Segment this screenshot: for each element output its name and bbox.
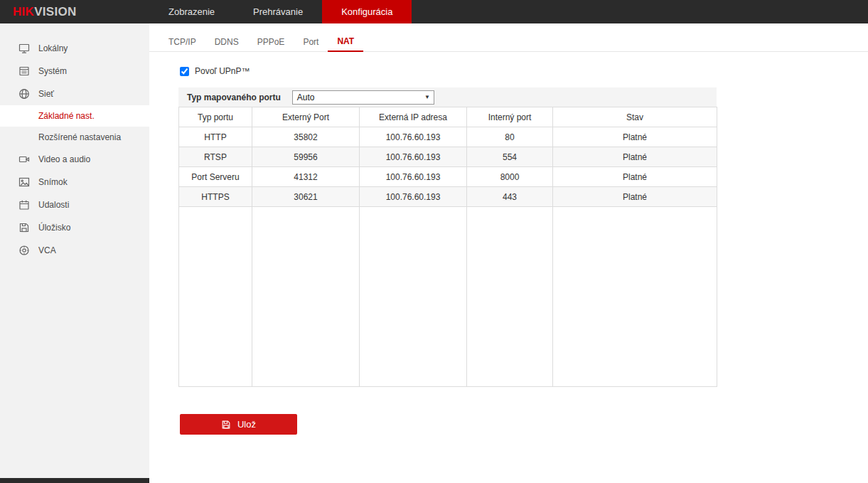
sidebar-item-rozsirene-nastavenia[interactable]: Rozšírené nastavenia bbox=[0, 127, 149, 148]
sidebar-item-siet[interactable]: Sieť bbox=[0, 83, 149, 105]
sidebar-item-label: Systém bbox=[38, 66, 67, 76]
table-cell: 443 bbox=[467, 187, 553, 207]
table-header-cell: Typ portu bbox=[179, 107, 252, 127]
nat-settings-panel: Povoľ UPnP™ Typ mapovaného portu Auto ▼ … bbox=[178, 66, 717, 435]
table-cell: 554 bbox=[467, 147, 553, 167]
monitor-icon bbox=[18, 43, 30, 54]
sidebar-item-zakladne-nast[interactable]: Základné nast. bbox=[0, 105, 149, 127]
table-row: HTTPS30621100.76.60.193443Platné bbox=[179, 187, 717, 207]
table-cell: Platné bbox=[553, 147, 717, 167]
table-cell: Platné bbox=[553, 167, 717, 187]
table-cell: 8000 bbox=[467, 167, 553, 187]
sidebar-item-video-a-audio[interactable]: Video a audio bbox=[0, 148, 149, 171]
sidebar-item-label: Sieť bbox=[38, 89, 54, 99]
table-header-cell: Stav bbox=[553, 107, 717, 127]
image-icon bbox=[18, 176, 30, 188]
sidebar: LokálnySystémSieťZákladné nast.Rozšírené… bbox=[0, 23, 149, 483]
upnp-checkbox[interactable] bbox=[180, 67, 189, 76]
sidebar-item-label: Lokálny bbox=[38, 43, 68, 53]
video-icon bbox=[18, 154, 30, 165]
nat-table: Typ portuExterný PortExterná IP adresaIn… bbox=[178, 107, 717, 387]
sidebar-item-label: Udalosti bbox=[38, 200, 69, 210]
table-cell: HTTPS bbox=[179, 187, 252, 207]
port-mapping-row: Typ mapovaného portu Auto ▼ bbox=[178, 87, 717, 107]
sidebar-item-label: Rozšírené nastavenia bbox=[38, 132, 121, 142]
tab-nat[interactable]: NAT bbox=[328, 32, 363, 52]
tab-port[interactable]: Port bbox=[294, 32, 328, 51]
sidebar-item-lokalny[interactable]: Lokálny bbox=[0, 37, 149, 60]
sidebar-item-label: Snímok bbox=[38, 177, 68, 187]
chevron-down-icon: ▼ bbox=[424, 94, 430, 100]
sidebar-item-vca[interactable]: VCA bbox=[0, 239, 149, 262]
main-content: TCP/IPDDNSPPPoEPortNAT Povoľ UPnP™ Typ m… bbox=[149, 23, 868, 483]
sidebar-item-ulozisko[interactable]: Úložisko bbox=[0, 216, 149, 239]
nav-item-prehravanie[interactable]: Prehrávanie bbox=[234, 0, 322, 23]
table-cell: Platné bbox=[553, 127, 717, 147]
port-mapping-value: Auto bbox=[297, 92, 315, 102]
sidebar-item-udalosti[interactable]: Udalosti bbox=[0, 193, 149, 216]
upnp-row: Povoľ UPnP™ bbox=[180, 66, 717, 76]
port-mapping-label: Typ mapovaného portu bbox=[187, 92, 281, 102]
table-cell: 59956 bbox=[252, 147, 360, 167]
table-cell: RTSP bbox=[179, 147, 252, 167]
table-cell: 35802 bbox=[252, 127, 360, 147]
nav-item-zobrazenie[interactable]: Zobrazenie bbox=[149, 0, 234, 23]
sidebar-item-system[interactable]: Systém bbox=[0, 60, 149, 83]
top-bar: HIKVISION ZobrazeniePrehrávanieKonfigurá… bbox=[0, 0, 868, 23]
table-cell: 41312 bbox=[252, 167, 360, 187]
table-header-cell: Interný port bbox=[467, 107, 553, 127]
tab-bar: TCP/IPDDNSPPPoEPortNAT bbox=[149, 32, 868, 52]
save-button[interactable]: Ulož bbox=[180, 414, 297, 435]
sidebar-footer bbox=[0, 478, 149, 483]
table-cell: 100.76.60.193 bbox=[360, 127, 467, 147]
vca-icon bbox=[18, 245, 30, 256]
storage-icon bbox=[18, 222, 30, 233]
hikvision-logo: HIKVISION bbox=[0, 0, 149, 23]
table-cell: 100.76.60.193 bbox=[360, 167, 467, 187]
system-icon bbox=[18, 65, 30, 77]
sidebar-item-label: Video a audio bbox=[38, 154, 90, 164]
table-cell: Port Serveru bbox=[179, 167, 252, 187]
sidebar-items: LokálnySystémSieťZákladné nast.Rozšírené… bbox=[0, 37, 149, 262]
table-cell: Platné bbox=[553, 187, 717, 207]
table-body: HTTP35802100.76.60.19380PlatnéRTSP599561… bbox=[179, 127, 717, 387]
sidebar-item-label: Úložisko bbox=[38, 223, 70, 233]
table-header-cell: Externý Port bbox=[252, 107, 360, 127]
top-nav: ZobrazeniePrehrávanieKonfigurácia bbox=[149, 0, 412, 23]
tab-pppoe[interactable]: PPPoE bbox=[248, 32, 294, 51]
table-row: Port Serveru41312100.76.60.1938000Platné bbox=[179, 167, 717, 187]
sidebar-item-snimok[interactable]: Snímok bbox=[0, 171, 149, 193]
port-mapping-select[interactable]: Auto ▼ bbox=[292, 90, 434, 105]
table-row: HTTP35802100.76.60.19380Platné bbox=[179, 127, 717, 147]
tab-ddns[interactable]: DDNS bbox=[205, 32, 248, 51]
save-icon bbox=[221, 420, 231, 430]
table-filler-row bbox=[179, 207, 717, 387]
logo-hik: HIK bbox=[13, 5, 34, 19]
table-cell: 80 bbox=[467, 127, 553, 147]
network-icon bbox=[18, 88, 30, 100]
table-header-cell: Externá IP adresa bbox=[360, 107, 467, 127]
events-icon bbox=[18, 199, 30, 211]
table-cell: HTTP bbox=[179, 127, 252, 147]
logo-vision: VISION bbox=[34, 5, 76, 19]
table-row: RTSP59956100.76.60.193554Platné bbox=[179, 147, 717, 167]
sidebar-item-label: Základné nast. bbox=[38, 111, 95, 121]
tab-tcp-ip[interactable]: TCP/IP bbox=[159, 32, 205, 51]
table-cell: 100.76.60.193 bbox=[360, 147, 467, 167]
page-layout: LokálnySystémSieťZákladné nast.Rozšírené… bbox=[0, 23, 868, 483]
save-button-label: Ulož bbox=[237, 419, 256, 430]
upnp-label: Povoľ UPnP™ bbox=[195, 66, 250, 76]
table-cell: 30621 bbox=[252, 187, 360, 207]
table-header-row: Typ portuExterný PortExterná IP adresaIn… bbox=[179, 107, 717, 127]
table-cell: 100.76.60.193 bbox=[360, 187, 467, 207]
nav-item-konfiguracia[interactable]: Konfigurácia bbox=[322, 0, 412, 23]
sidebar-item-label: VCA bbox=[38, 245, 56, 255]
